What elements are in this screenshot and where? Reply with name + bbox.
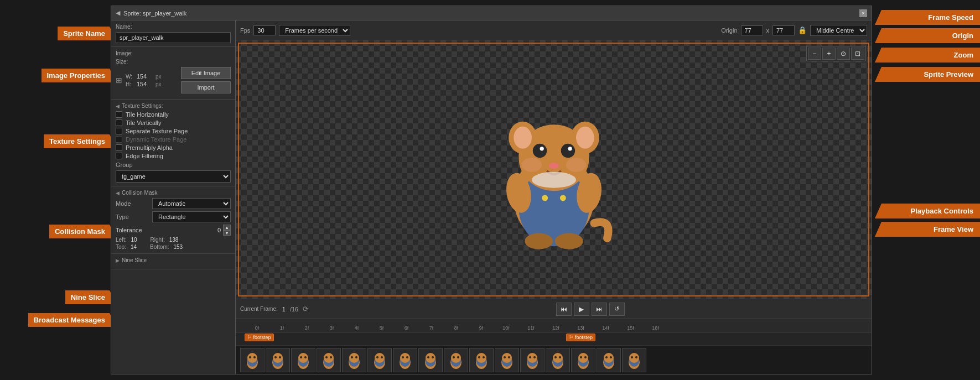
first-frame-button[interactable]: ⏮ xyxy=(556,303,572,316)
sync-icon[interactable]: ⟳ xyxy=(303,305,309,313)
svg-point-11 xyxy=(576,126,594,148)
last-frame-button[interactable]: ⏭ xyxy=(592,303,607,316)
frame-thumb-13[interactable] xyxy=(546,348,570,372)
frame-thumb-1[interactable] xyxy=(240,348,265,372)
zoom-out-button[interactable]: + xyxy=(822,48,836,60)
origin-x-input[interactable] xyxy=(741,25,763,35)
tolerance-down-button[interactable]: ▼ xyxy=(223,230,231,236)
svg-point-23 xyxy=(532,171,576,188)
frame-thumb-8[interactable] xyxy=(418,348,443,372)
frame-thumb-15[interactable] xyxy=(597,348,621,372)
svg-point-63 xyxy=(432,356,434,358)
premultiply-checkbox[interactable] xyxy=(116,144,122,151)
ruler-3f: 3f xyxy=(319,325,344,331)
sprite-svg xyxy=(476,76,631,264)
svg-point-14 xyxy=(540,147,543,150)
fps-group: Fps Frames per second xyxy=(240,25,350,36)
frame-thumb-4[interactable] xyxy=(317,348,341,372)
collision-expand-icon: ◀ xyxy=(116,190,120,196)
play-button[interactable]: ▶ xyxy=(574,303,589,316)
playback-controls-label: Playback Controls xyxy=(875,204,980,218)
tile-vertical-row[interactable]: Tile Vertically xyxy=(116,119,231,126)
collision-section-title: Collision Mask xyxy=(122,190,157,196)
origin-y-input[interactable] xyxy=(772,25,795,35)
ruler-content: 0f 1f 2f 3f 4f 5f 6f 7f 8f 9f 10f 11f 12… xyxy=(240,319,867,331)
svg-point-81 xyxy=(527,353,537,363)
origin-label: Origin xyxy=(875,28,980,43)
fps-input[interactable] xyxy=(253,25,276,35)
origin-dropdown[interactable]: Middle Centre xyxy=(810,25,867,36)
edit-image-button[interactable]: Edit Image xyxy=(181,67,231,79)
nine-slice-expand-icon: ▶ xyxy=(116,258,120,263)
origin-label: Origin xyxy=(721,27,737,34)
zoom-in-button[interactable]: − xyxy=(808,48,821,60)
frame-thumb-5[interactable] xyxy=(342,348,366,372)
tile-horizontal-row[interactable]: Tile Horizontally xyxy=(116,111,231,118)
svg-point-88 xyxy=(559,356,561,358)
tolerance-up-button[interactable]: ▲ xyxy=(223,225,231,230)
import-button[interactable]: Import xyxy=(181,81,231,93)
zoom-fit-button[interactable]: ⊡ xyxy=(851,48,864,60)
svg-point-42 xyxy=(325,356,328,358)
separate-texture-row[interactable]: Separate Texture Page xyxy=(116,128,231,134)
frame-thumb-11[interactable] xyxy=(495,348,519,372)
sprite-name-input[interactable] xyxy=(116,32,231,43)
group-select[interactable]: tg_game xyxy=(116,170,231,183)
event-marker-1[interactable]: ⚐ footstep xyxy=(245,334,274,341)
svg-point-43 xyxy=(330,356,332,358)
frame-thumb-12[interactable] xyxy=(520,348,545,372)
group-label: Group xyxy=(116,162,133,168)
playback-controls: ⏮ ▶ ⏭ ↺ xyxy=(556,303,625,316)
current-frame-label: Current Frame: xyxy=(240,306,278,312)
svg-point-87 xyxy=(554,356,557,358)
sprite-image xyxy=(476,76,631,264)
zoom-reset-button[interactable]: ⊙ xyxy=(837,48,850,60)
frame-thumb-2[interactable] xyxy=(266,348,290,372)
svg-point-93 xyxy=(584,356,587,358)
top-label: Top: xyxy=(116,244,126,250)
svg-point-67 xyxy=(453,356,455,358)
tile-vertical-checkbox[interactable] xyxy=(116,119,122,126)
frame-thumb-14[interactable] xyxy=(571,348,595,372)
mode-select[interactable]: Automatic xyxy=(152,198,231,209)
event-marker-2[interactable]: ⚐ footstep xyxy=(566,334,595,341)
frame-thumb-7[interactable] xyxy=(393,348,417,372)
premultiply-row[interactable]: Premultiply Alpha xyxy=(116,144,231,151)
properties-panel: Name: Image: Size: ⊞ W: 154 px xyxy=(111,20,236,374)
frame-thumb-10[interactable] xyxy=(469,348,494,372)
ruler-7f: 7f xyxy=(419,325,444,331)
frame-thumb-3[interactable] xyxy=(291,348,315,372)
fps-dropdown[interactable]: Frames per second xyxy=(279,25,350,36)
type-select[interactable]: Rectangle xyxy=(152,211,231,222)
timeline-area: 0f 1f 2f 3f 4f 5f 6f 7f 8f 9f 10f 11f 12… xyxy=(236,319,872,374)
frame-thumb-6[interactable] xyxy=(367,348,392,372)
top-value: 14 xyxy=(131,244,137,250)
main-window: ◀ Sprite: spr_player_walk × Name: Image:… xyxy=(111,6,872,374)
svg-point-103 xyxy=(635,356,637,358)
svg-point-13 xyxy=(561,143,574,157)
broadcast-section xyxy=(111,269,235,276)
loop-button[interactable]: ↺ xyxy=(609,303,625,316)
separate-texture-checkbox[interactable] xyxy=(116,128,122,134)
texture-settings-header: ◀ Texture Settings: xyxy=(116,103,231,109)
svg-point-51 xyxy=(375,353,385,363)
width-label: W: xyxy=(126,74,134,80)
svg-point-56 xyxy=(400,353,410,363)
ruler-14f: 14f xyxy=(593,325,618,331)
frame-thumb-16[interactable] xyxy=(622,348,646,372)
svg-point-48 xyxy=(355,356,357,358)
size-header: Size: xyxy=(116,59,231,65)
svg-point-38 xyxy=(304,356,307,358)
svg-point-46 xyxy=(349,353,359,363)
timeline-events: ⚐ footstep ⚐ footstep xyxy=(236,332,872,346)
total-frames: /16 xyxy=(290,306,298,313)
edge-filtering-row[interactable]: Edge Filtering xyxy=(116,153,231,159)
tolerance-row: Tolerance 0 ▲ ▼ xyxy=(116,225,231,236)
edge-filtering-checkbox[interactable] xyxy=(116,153,122,159)
svg-point-83 xyxy=(533,356,536,358)
frame-thumb-9[interactable] xyxy=(444,348,468,372)
tile-horizontal-checkbox[interactable] xyxy=(116,111,122,118)
close-button[interactable]: × xyxy=(859,9,867,17)
svg-point-36 xyxy=(298,353,308,363)
ruler-11f: 11f xyxy=(518,325,543,331)
